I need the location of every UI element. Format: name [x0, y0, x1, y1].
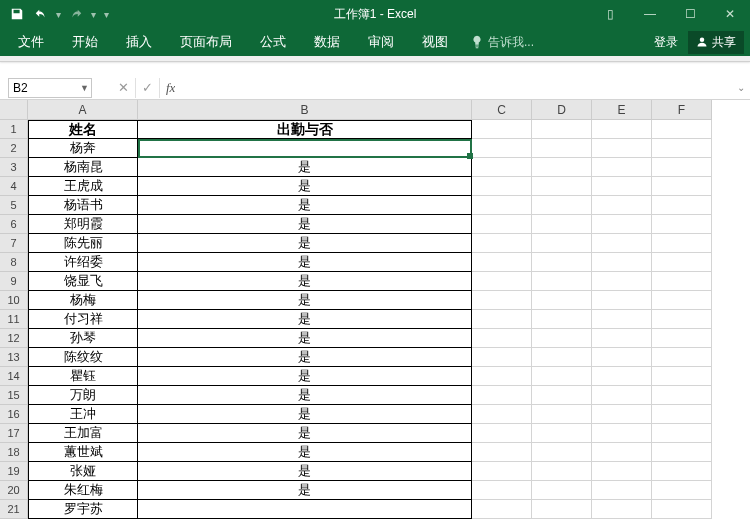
name-box-dropdown-icon[interactable]: ▼ — [80, 83, 89, 93]
cell[interactable] — [592, 253, 652, 272]
cell[interactable]: 是 — [138, 367, 472, 386]
row-header[interactable]: 8 — [0, 253, 28, 272]
cell[interactable] — [472, 367, 532, 386]
row-header[interactable]: 19 — [0, 462, 28, 481]
cell[interactable]: 是 — [138, 481, 472, 500]
cell[interactable] — [592, 405, 652, 424]
redo-button[interactable] — [65, 3, 87, 25]
tab-layout[interactable]: 页面布局 — [166, 28, 246, 56]
row-header[interactable]: 15 — [0, 386, 28, 405]
cell[interactable] — [592, 120, 652, 139]
row-header[interactable]: 18 — [0, 443, 28, 462]
cell[interactable]: 是 — [138, 234, 472, 253]
cell[interactable] — [532, 405, 592, 424]
cell[interactable] — [138, 500, 472, 519]
cell[interactable] — [472, 215, 532, 234]
row-header[interactable]: 17 — [0, 424, 28, 443]
undo-dropdown-icon[interactable]: ▾ — [56, 9, 61, 20]
qat-customize-icon[interactable]: ▾ — [104, 9, 109, 20]
login-link[interactable]: 登录 — [644, 34, 688, 51]
ribbon-options-button[interactable]: ▯ — [590, 0, 630, 28]
cell[interactable]: 是 — [138, 253, 472, 272]
cell[interactable] — [472, 424, 532, 443]
cell[interactable] — [472, 310, 532, 329]
cell[interactable] — [532, 367, 592, 386]
cell[interactable]: 是 — [138, 424, 472, 443]
cell[interactable] — [592, 291, 652, 310]
column-header[interactable]: D — [532, 100, 592, 120]
column-header[interactable]: B — [138, 100, 472, 120]
tab-insert[interactable]: 插入 — [112, 28, 166, 56]
cell[interactable] — [472, 234, 532, 253]
cell[interactable] — [652, 424, 712, 443]
cell[interactable] — [652, 310, 712, 329]
cell[interactable] — [592, 215, 652, 234]
cell[interactable] — [592, 481, 652, 500]
share-button[interactable]: 共享 — [688, 31, 744, 54]
cell[interactable] — [652, 234, 712, 253]
cell[interactable] — [472, 158, 532, 177]
cell[interactable]: 杨南昆 — [28, 158, 138, 177]
cell[interactable]: 罗宇苏 — [28, 500, 138, 519]
cell[interactable]: 蕙世斌 — [28, 443, 138, 462]
cell[interactable]: 是 — [138, 386, 472, 405]
row-header[interactable]: 3 — [0, 158, 28, 177]
redo-dropdown-icon[interactable]: ▾ — [91, 9, 96, 20]
cell[interactable] — [472, 139, 532, 158]
row-header[interactable]: 20 — [0, 481, 28, 500]
row-header[interactable]: 6 — [0, 215, 28, 234]
cell[interactable] — [138, 139, 472, 158]
cell[interactable]: 王虎成 — [28, 177, 138, 196]
cell[interactable]: 是 — [138, 158, 472, 177]
row-header[interactable]: 14 — [0, 367, 28, 386]
cell[interactable] — [472, 272, 532, 291]
cell[interactable] — [652, 291, 712, 310]
select-all-corner[interactable] — [0, 100, 28, 120]
column-header[interactable]: F — [652, 100, 712, 120]
cell[interactable] — [472, 196, 532, 215]
cell[interactable] — [652, 177, 712, 196]
cell[interactable]: 是 — [138, 443, 472, 462]
cell[interactable]: 王加富 — [28, 424, 138, 443]
cancel-button[interactable]: ✕ — [112, 78, 136, 98]
cell[interactable]: 杨奔 — [28, 139, 138, 158]
minimize-button[interactable]: — — [630, 0, 670, 28]
cell[interactable] — [532, 386, 592, 405]
cell[interactable] — [652, 443, 712, 462]
row-header[interactable]: 12 — [0, 329, 28, 348]
cell[interactable]: 陈先丽 — [28, 234, 138, 253]
tab-formulas[interactable]: 公式 — [246, 28, 300, 56]
fx-icon[interactable]: fx — [166, 80, 175, 96]
cell[interactable] — [652, 158, 712, 177]
name-box[interactable]: B2 ▼ — [8, 78, 92, 98]
undo-button[interactable] — [30, 3, 52, 25]
formula-bar-expand-icon[interactable]: ⌄ — [732, 82, 750, 93]
cell[interactable] — [532, 234, 592, 253]
cell[interactable]: 付习祥 — [28, 310, 138, 329]
cell[interactable] — [652, 367, 712, 386]
cell[interactable]: 是 — [138, 291, 472, 310]
cell[interactable] — [592, 500, 652, 519]
cell[interactable]: 王冲 — [28, 405, 138, 424]
row-header[interactable]: 13 — [0, 348, 28, 367]
cell[interactable] — [652, 272, 712, 291]
cell[interactable]: 是 — [138, 272, 472, 291]
cell[interactable] — [592, 443, 652, 462]
cell[interactable] — [472, 443, 532, 462]
cell[interactable] — [532, 443, 592, 462]
cell[interactable] — [592, 329, 652, 348]
cell[interactable] — [652, 196, 712, 215]
cell[interactable] — [472, 500, 532, 519]
cell[interactable]: 杨语书 — [28, 196, 138, 215]
cell[interactable] — [592, 139, 652, 158]
cell[interactable]: 郑明霞 — [28, 215, 138, 234]
column-header[interactable]: A — [28, 100, 138, 120]
cell[interactable]: 瞿钰 — [28, 367, 138, 386]
cell[interactable] — [592, 348, 652, 367]
close-button[interactable]: ✕ — [710, 0, 750, 28]
tab-review[interactable]: 审阅 — [354, 28, 408, 56]
cell[interactable]: 是 — [138, 177, 472, 196]
cell[interactable] — [592, 177, 652, 196]
cell[interactable] — [532, 481, 592, 500]
cell[interactable] — [532, 253, 592, 272]
